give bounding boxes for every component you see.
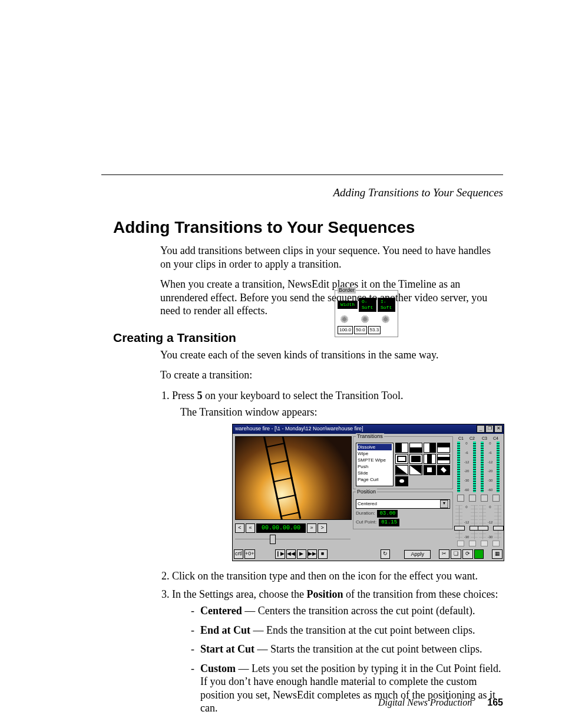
mute-button[interactable] xyxy=(469,541,476,546)
border-shape-icon[interactable] xyxy=(381,313,393,325)
step-1-sub: The Transition window appears: xyxy=(180,406,503,419)
audio-meter xyxy=(481,442,484,492)
border-group: Border Width O-Soft I-Soft xyxy=(335,290,398,337)
choice-centered-desc: — Centers the transition across the cut … xyxy=(242,605,475,617)
route-box[interactable] xyxy=(481,495,488,502)
route-box[interactable] xyxy=(469,495,476,502)
duration-value[interactable]: 03.00 xyxy=(377,510,398,518)
rewind-button[interactable]: « xyxy=(246,523,255,533)
page: Adding Transitions to Your Sequences Add… xyxy=(0,0,562,728)
transition-thumb[interactable] xyxy=(437,443,450,453)
stop-button[interactable]: ■ xyxy=(318,549,328,559)
channel-fader[interactable] xyxy=(471,505,478,539)
mute-button[interactable] xyxy=(481,541,488,546)
next-frame-button[interactable]: ▶▶ xyxy=(308,549,317,559)
transition-thumb[interactable] xyxy=(437,465,450,475)
position-group-title: Position xyxy=(356,489,377,495)
channel-fader[interactable] xyxy=(455,505,462,539)
transition-item-push[interactable]: Push xyxy=(358,463,392,470)
fx-button-1[interactable]: ✂ xyxy=(439,549,449,559)
choice-centered: Centered — Centers the transition across… xyxy=(192,604,503,618)
position-select[interactable]: Centered ▼ xyxy=(356,499,450,509)
cutpoint-value[interactable]: 01.15 xyxy=(379,519,399,526)
chevron-down-icon: ▼ xyxy=(440,500,448,508)
transition-type-list[interactable]: Dissolve Wipe SMPTE Wipe Push Slide Page… xyxy=(356,443,394,486)
step-3-pre: In the Settings area, choose the xyxy=(172,588,306,600)
intro-paragraph-1: You add transitions between clips in you… xyxy=(160,244,503,271)
mark-out-button[interactable]: +0+ xyxy=(244,549,255,559)
transition-thumb[interactable] xyxy=(409,454,422,464)
fx-button-2[interactable]: ❏ xyxy=(451,549,461,559)
mark-in-button[interactable]: crtl xyxy=(234,549,243,559)
window-maximize-button[interactable]: ❐ xyxy=(485,425,494,433)
window-minimize-button[interactable]: _ xyxy=(477,425,485,433)
transition-thumb[interactable] xyxy=(409,465,422,475)
fx-button-3[interactable]: ⟳ xyxy=(462,549,473,559)
transition-item-wipe[interactable]: Wipe xyxy=(358,450,392,457)
channel-label: C4 xyxy=(493,436,498,442)
transition-item-slide[interactable]: Slide xyxy=(358,470,392,476)
channel-fader[interactable] xyxy=(479,505,486,539)
transition-thumb[interactable] xyxy=(424,454,437,464)
transition-thumb[interactable] xyxy=(409,443,422,453)
transition-thumb[interactable] xyxy=(424,465,437,475)
loop-button[interactable]: ↻ xyxy=(381,549,390,559)
border-width-chip[interactable]: Width xyxy=(338,301,358,309)
window-title: warehouse fire - [\1 - Monday\12 Noon\wa… xyxy=(235,426,363,432)
step-forward-button[interactable]: > xyxy=(318,523,327,533)
step-1-pre: Press xyxy=(172,390,197,401)
cutpoint-label: Cut Point: xyxy=(356,519,376,525)
border-value-c[interactable]: 53.3 xyxy=(368,326,381,334)
bottom-toolbar: crtl +0+ ❙▶ ◀◀ ▶ ▶▶ ■ ↻ Apply ✂ xyxy=(233,549,504,561)
go-start-button[interactable]: ❙▶ xyxy=(275,549,285,559)
transition-thumb[interactable] xyxy=(395,443,408,453)
fader-scale: 0-12-30 xyxy=(487,505,493,539)
step-3-post: of the transition from these choices: xyxy=(343,588,498,600)
apply-button[interactable]: Apply xyxy=(404,550,431,559)
position-select-value: Centered xyxy=(358,500,377,508)
duration-label: Duration: xyxy=(356,510,375,516)
timecode-row: < « 00.00.00.00 » > xyxy=(235,522,351,535)
border-shape-icon[interactable] xyxy=(361,313,372,325)
border-value-b[interactable]: 50.0 xyxy=(354,326,367,334)
transition-thumb[interactable] xyxy=(424,443,437,453)
route-box[interactable] xyxy=(492,495,500,502)
mute-button[interactable] xyxy=(492,541,500,546)
mute-button[interactable] xyxy=(457,541,464,546)
border-shape-icon[interactable] xyxy=(340,313,352,325)
channel-fader[interactable] xyxy=(494,505,501,539)
step-3-bold: Position xyxy=(306,588,343,600)
footer-page-number: 165 xyxy=(487,697,503,707)
transition-item-smpte-wipe[interactable]: SMPTE Wipe xyxy=(358,457,392,463)
transition-thumb[interactable] xyxy=(395,454,408,464)
prev-frame-button[interactable]: ◀◀ xyxy=(286,549,296,559)
video-preview xyxy=(235,436,352,520)
play-button[interactable]: ▶ xyxy=(297,549,306,559)
transition-thumb[interactable] xyxy=(395,476,408,486)
transition-window-figure: warehouse fire - [\1 - Monday\12 Noon\wa… xyxy=(232,424,504,562)
app-body: < « 00.00.00.00 » > xyxy=(233,434,504,549)
transitions-group-title: Transitions xyxy=(356,433,384,440)
fast-forward-button[interactable]: » xyxy=(307,523,316,533)
fx-button-4[interactable]: ▦ xyxy=(492,549,503,559)
audio-meter xyxy=(473,442,476,492)
choice-end-label: End at Cut xyxy=(200,624,250,636)
transition-thumb[interactable] xyxy=(395,465,408,475)
transition-item-dissolve[interactable]: Dissolve xyxy=(358,444,392,450)
border-value-a[interactable]: 100.0 xyxy=(338,326,353,334)
border-isoft-chip[interactable]: I-Soft xyxy=(378,298,395,312)
transition-thumb[interactable] xyxy=(437,454,450,464)
border-osoft-chip[interactable]: O-Soft xyxy=(359,298,376,312)
window-close-button[interactable]: ✕ xyxy=(494,425,503,433)
step-3: In the Settings area, choose the Positio… xyxy=(172,588,503,715)
shuttle-slider[interactable] xyxy=(235,536,351,541)
footer-book-title: Digital News Production xyxy=(378,697,472,707)
window-titlebar[interactable]: warehouse fire - [\1 - Monday\12 Noon\wa… xyxy=(233,424,504,434)
border-group-title: Border xyxy=(338,287,356,294)
route-box[interactable] xyxy=(457,495,464,502)
transition-item-page-curl[interactable]: Page Curl xyxy=(358,476,392,483)
color-swatch[interactable] xyxy=(474,549,484,559)
step-1: Press 5 on your keyboard to select the T… xyxy=(172,389,503,562)
step-2: Click on the transition type and then on… xyxy=(172,569,503,583)
step-back-button[interactable]: < xyxy=(235,523,244,533)
